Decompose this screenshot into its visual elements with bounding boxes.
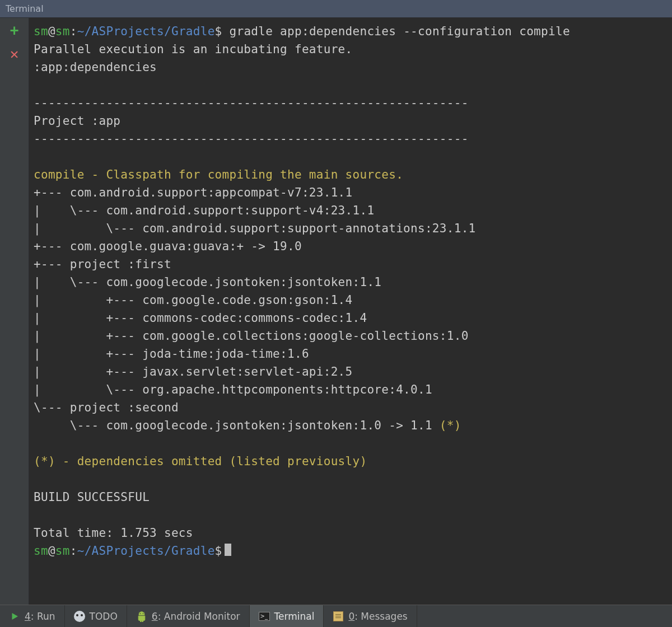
dep-line: +--- project :first (34, 258, 171, 271)
tab-terminal-label: Terminal (274, 611, 315, 622)
prompt-user: sm (34, 544, 48, 558)
messages-icon (333, 611, 344, 622)
tool-window-title: Terminal (0, 0, 672, 18)
tool-window-body: + ✕ sm@sm:~/ASProjects/Gradle$ gradle ap… (0, 18, 672, 605)
todo-icon (74, 611, 85, 622)
output-rule: ----------------------------------------… (34, 96, 469, 110)
prompt-colon: : (70, 544, 77, 558)
tab-terminal[interactable]: >_ Terminal (250, 605, 324, 627)
dep-line: | \--- com.android.support:support-v4:23… (34, 204, 374, 217)
prompt-at: @ (48, 25, 55, 38)
dep-line: | +--- javax.servlet:servlet-api:2.5 (34, 365, 353, 378)
prompt-dollar: $ (215, 544, 222, 558)
dep-line: \--- project :second (34, 401, 179, 414)
dep-line: | +--- commons-codec:commons-codec:1.4 (34, 311, 367, 325)
dep-line: | \--- com.googlecode.jsontoken:jsontoke… (34, 275, 381, 289)
svg-point-0 (140, 613, 141, 614)
tab-android-label: : Android Monitor (158, 611, 240, 622)
dep-line: | \--- org.apache.httpcomponents:httpcor… (34, 383, 432, 396)
tab-android-monitor[interactable]: 6: Android Monitor (127, 605, 250, 627)
tab-run[interactable]: 4: Run (0, 605, 65, 627)
terminal-tool-window: Terminal + ✕ sm@sm:~/ASProjects/Gradle$ … (0, 0, 672, 627)
terminal-output[interactable]: sm@sm:~/ASProjects/Gradle$ gradle app:de… (29, 18, 672, 605)
dep-line: \--- com.googlecode.jsontoken:jsontoken:… (34, 419, 440, 432)
dep-line: | +--- joda-time:joda-time:1.6 (34, 347, 309, 361)
svg-point-1 (143, 613, 143, 614)
output-line: :app:dependencies (34, 60, 157, 74)
tab-run-mnemonic: 4 (25, 611, 31, 622)
dep-line: | +--- com.google.collections:google-col… (34, 329, 469, 343)
tab-messages-label: : Messages (354, 611, 408, 622)
prompt-dollar: $ (215, 25, 222, 38)
output-total: Total time: 1.753 secs (34, 526, 193, 540)
output-config: compile - Classpath for compiling the ma… (34, 168, 403, 181)
tab-todo[interactable]: TODO (65, 605, 127, 627)
tab-todo-label: TODO (90, 611, 118, 622)
prompt-colon: : (70, 25, 77, 38)
terminal-cursor (225, 544, 231, 556)
prompt-path: ~/ASProjects/Gradle (77, 25, 215, 38)
prompt-host: sm (55, 544, 70, 558)
dep-line: +--- com.android.support:appcompat-v7:23… (34, 186, 353, 199)
dep-line: | \--- com.android.support:support-annot… (34, 222, 476, 235)
prompt-at: @ (48, 544, 55, 558)
output-rule: ----------------------------------------… (34, 132, 469, 146)
terminal-gutter: + ✕ (0, 18, 29, 605)
output-line: Parallel execution is an incubating feat… (34, 43, 353, 56)
tab-messages[interactable]: 0: Messages (324, 605, 417, 627)
output-omitted: (*) - dependencies omitted (listed previ… (34, 455, 367, 468)
add-session-icon[interactable]: + (8, 24, 21, 37)
dep-star: (*) (440, 419, 461, 432)
output-build: BUILD SUCCESSFUL (34, 490, 150, 504)
tab-messages-mnemonic: 0 (348, 611, 354, 622)
output-line: Project :app (34, 114, 120, 128)
close-session-icon[interactable]: ✕ (8, 47, 21, 60)
tab-run-label: : Run (31, 611, 55, 622)
android-icon (136, 611, 147, 622)
tab-android-mnemonic: 6 (152, 611, 158, 622)
prompt-user: sm (34, 25, 48, 38)
dep-line: | +--- com.google.code.gson:gson:1.4 (34, 293, 353, 307)
command-text: gradle app:dependencies --configuration … (222, 25, 570, 38)
prompt-path: ~/ASProjects/Gradle (77, 544, 215, 558)
play-icon (9, 611, 20, 622)
bottom-tool-tabs: 4: Run TODO 6: Android Monitor >_ Termin… (0, 605, 672, 627)
prompt-host: sm (55, 25, 70, 38)
dep-line: +--- com.google.guava:guava:+ -> 19.0 (34, 240, 302, 253)
terminal-icon: >_ (259, 611, 270, 622)
